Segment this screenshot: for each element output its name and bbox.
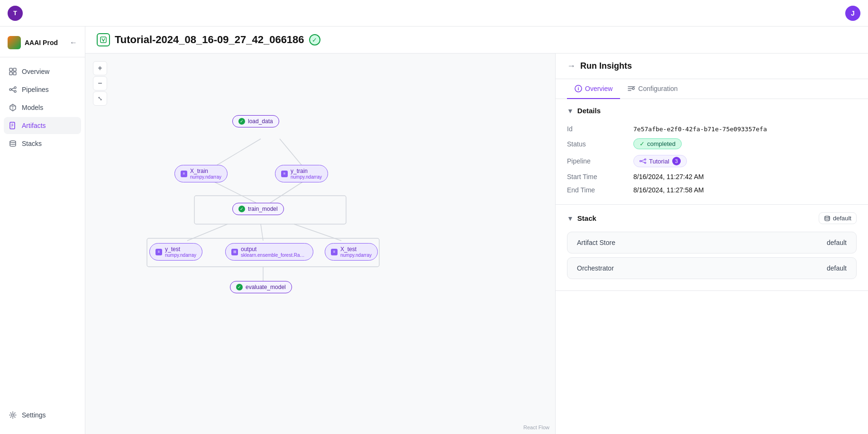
- svg-rect-2: [9, 72, 12, 75]
- sidebar-item-label: Overview: [22, 68, 49, 75]
- svg-point-33: [578, 87, 579, 88]
- layers-icon: [9, 139, 17, 148]
- svg-point-6: [14, 90, 16, 92]
- id-label: Id: [567, 125, 633, 133]
- cube-icon: [9, 103, 17, 112]
- tab-configuration[interactable]: Configuration: [620, 79, 685, 99]
- end-time-label: End Time: [567, 186, 633, 194]
- sidebar-item-pipelines[interactable]: Pipelines: [4, 81, 81, 98]
- svg-point-35: [640, 161, 641, 162]
- svg-line-22: [280, 139, 303, 167]
- details-chevron-icon: ▼: [567, 107, 574, 115]
- panel-tabs: Overview Configuration: [556, 79, 868, 99]
- workspace-section: AAAI Prod ←: [0, 32, 85, 57]
- details-section: ▼ Details Id 7e57afbe-e2f0-42fa-b71e-75e…: [556, 99, 868, 205]
- start-time-value: 8/16/2024, 11:27:42 AM: [633, 173, 704, 181]
- svg-point-40: [825, 216, 830, 217]
- svg-line-38: [641, 160, 645, 161]
- status-value: completed: [647, 140, 676, 147]
- svg-line-23: [213, 181, 256, 203]
- tab-overview[interactable]: Overview: [567, 79, 620, 99]
- panel-content: ▼ Details Id 7e57afbe-e2f0-42fa-b71e-75e…: [556, 99, 868, 434]
- zoom-in-button[interactable]: +: [93, 61, 107, 75]
- right-panel: → Run Insights Overview Configuration: [555, 54, 868, 434]
- svg-point-19: [12, 414, 14, 416]
- default-badge-text: default: [833, 215, 851, 222]
- config-icon: [628, 85, 635, 92]
- sidebar-bottom: Settings: [0, 403, 85, 428]
- panel-collapse-button[interactable]: →: [567, 61, 576, 71]
- sidebar-nav: Overview Pipelines Models Artifacts: [0, 61, 85, 403]
- detail-row-pipeline: Pipeline Tutorial 3: [567, 152, 857, 170]
- stack-section: ▼ Stack default Artifact Store default: [556, 205, 868, 291]
- info-icon: [575, 85, 582, 92]
- sidebar-item-label: Settings: [22, 411, 46, 419]
- svg-rect-0: [9, 68, 12, 71]
- panel-header: → Run Insights: [556, 54, 868, 79]
- svg-rect-3: [13, 72, 16, 75]
- stack-chevron-icon: ▼: [567, 215, 574, 222]
- svg-line-7: [11, 88, 14, 90]
- pipeline-icon: [9, 85, 17, 94]
- detail-row-status: Status ✓ completed: [567, 136, 857, 152]
- header-status-check: ✓: [309, 34, 320, 45]
- tab-overview-label: Overview: [585, 85, 612, 92]
- svg-point-34: [632, 88, 634, 90]
- svg-point-4: [9, 89, 11, 90]
- main-layout: AAAI Prod ← Overview Pipelines Mode: [0, 27, 868, 434]
- layers-icon-small: [824, 215, 831, 222]
- pipeline-badge[interactable]: Tutorial 3: [633, 155, 687, 167]
- artifact-store-value: default: [827, 239, 847, 246]
- status-check-icon: ✓: [640, 140, 645, 147]
- default-badge[interactable]: default: [819, 212, 857, 224]
- detail-row-start-time: Start Time 8/16/2024, 11:27:42 AM: [567, 170, 857, 183]
- flow-canvas[interactable]: + − ⤡: [85, 54, 555, 434]
- tab-configuration-label: Configuration: [638, 85, 677, 92]
- details-section-title: Details: [577, 107, 601, 115]
- pipeline-icon-small: [640, 158, 646, 164]
- svg-line-8: [11, 90, 14, 91]
- artifact-store-label: Artifact Store: [577, 239, 615, 246]
- svg-line-21: [213, 139, 261, 167]
- content-area: Tutorial-2024_08_16-09_27_42_066186 ✓ + …: [85, 27, 868, 434]
- panel-title: Run Insights: [580, 61, 632, 71]
- sidebar-item-artifacts[interactable]: Artifacts: [4, 117, 81, 134]
- grid-icon: [9, 67, 17, 76]
- sidebar-item-label: Artifacts: [22, 122, 46, 129]
- sidebar-item-label: Models: [22, 104, 43, 111]
- body-split: + − ⤡: [85, 54, 868, 434]
- settings-icon: [9, 411, 17, 419]
- zoom-out-button[interactable]: −: [93, 76, 107, 90]
- user-avatar: J: [845, 6, 860, 21]
- end-time-value: 8/16/2024, 11:27:58 AM: [633, 186, 704, 194]
- pipeline-label: Pipeline: [567, 157, 633, 165]
- status-label: Status: [567, 140, 633, 148]
- flow-controls: + − ⤡: [93, 61, 107, 106]
- svg-point-5: [14, 87, 16, 89]
- svg-line-24: [270, 181, 303, 203]
- sidebar-item-settings[interactable]: Settings: [4, 407, 81, 424]
- fit-view-button[interactable]: ⤡: [93, 91, 107, 106]
- file-icon: [9, 121, 17, 130]
- workspace-name: AAAI Prod: [25, 39, 58, 46]
- sidebar-collapse-button[interactable]: ←: [70, 38, 77, 47]
- sidebar-item-label: Pipelines: [22, 86, 49, 93]
- reactflow-label: React Flow: [523, 425, 549, 430]
- topbar-left: T: [8, 6, 23, 21]
- id-value: 7e57afbe-e2f0-42fa-b71e-75e093357efa: [633, 126, 767, 133]
- sidebar-item-models[interactable]: Models: [4, 99, 81, 116]
- orchestrator-label: Orchestrator: [577, 264, 614, 272]
- details-section-header: ▼ Details: [567, 107, 857, 115]
- orchestrator-value: default: [827, 264, 847, 272]
- svg-line-28: [294, 224, 341, 241]
- pipeline-name: Tutorial: [649, 158, 669, 165]
- page-title: Tutorial-2024_08_16-09_27_42_066186: [115, 34, 304, 46]
- sidebar-item-stacks[interactable]: Stacks: [4, 135, 81, 152]
- run-icon: [97, 33, 110, 46]
- svg-line-39: [641, 162, 645, 163]
- status-badge: ✓ completed: [633, 138, 682, 149]
- stack-header: ▼ Stack default: [567, 212, 857, 224]
- svg-point-36: [645, 159, 646, 160]
- topbar: T J: [0, 0, 868, 27]
- sidebar-item-overview[interactable]: Overview: [4, 63, 81, 80]
